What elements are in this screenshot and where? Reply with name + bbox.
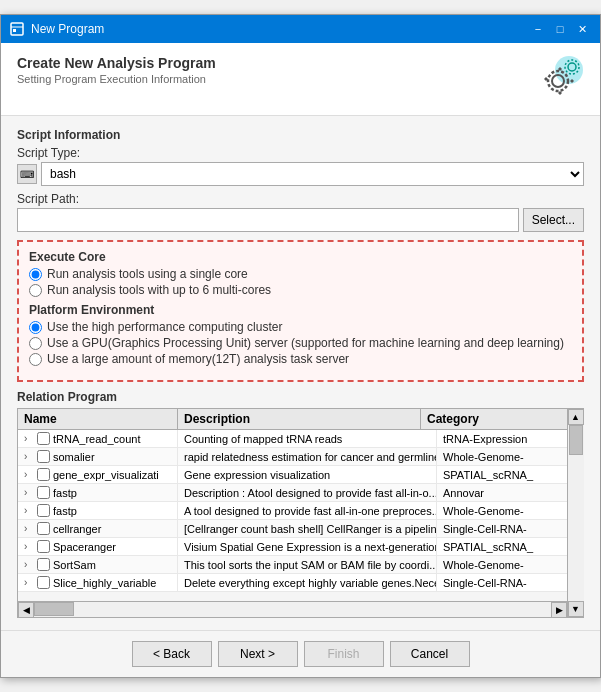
script-type-select[interactable]: bash python perl R [41, 162, 584, 186]
col-header-name: Name [18, 409, 178, 429]
cancel-button[interactable]: Cancel [390, 641, 470, 667]
platform-env-radio2[interactable] [29, 337, 42, 350]
minimize-button[interactable]: − [528, 19, 548, 39]
row-checkbox[interactable] [37, 504, 50, 517]
table-cell-description: A tool designed to provide fast all-in-o… [178, 502, 437, 519]
script-type-icon: ⌨ [17, 164, 37, 184]
table-cell-category: Single-Cell-RNA- [437, 520, 567, 537]
table-cell-category: Annovar [437, 484, 567, 501]
window-controls: − □ ✕ [528, 19, 592, 39]
platform-env-option2[interactable]: Use a GPU(Graphics Processing Unit) serv… [29, 336, 572, 350]
row-checkbox[interactable] [37, 432, 50, 445]
page-title: Create New Analysis Program [17, 55, 216, 71]
table-cell-description: This tool sorts the input SAM or BAM fil… [178, 556, 437, 573]
row-checkbox[interactable] [37, 576, 50, 589]
row-expander[interactable]: › [24, 577, 34, 588]
back-button[interactable]: < Back [132, 641, 212, 667]
title-bar: New Program − □ ✕ [1, 15, 600, 43]
script-path-label: Script Path: [17, 192, 584, 206]
horizontal-scrollbar[interactable]: ◀ ▶ [18, 601, 567, 617]
table-cell-name: › Slice_highly_variable [18, 574, 178, 591]
platform-env-radio1[interactable] [29, 321, 42, 334]
execute-core-radio2[interactable] [29, 284, 42, 297]
row-checkbox[interactable] [37, 558, 50, 571]
row-checkbox[interactable] [37, 486, 50, 499]
row-expander[interactable]: › [24, 505, 34, 516]
header-gear-icon [534, 55, 584, 105]
main-window: New Program − □ ✕ Create New Analysis Pr… [0, 14, 601, 678]
content-area: Script Information Script Type: ⌨ bash p… [1, 116, 600, 630]
table-cell-name: › somalier [18, 448, 178, 465]
h-scroll-right[interactable]: ▶ [551, 602, 567, 618]
header-text: Create New Analysis Program Setting Prog… [17, 55, 216, 85]
script-info-label: Script Information [17, 128, 584, 142]
vertical-scrollbar[interactable]: ▲ ▼ [567, 409, 583, 617]
table-cell-description: Description : Atool designed to provide … [178, 484, 437, 501]
execute-core-group: Execute Core Run analysis tools using a … [29, 250, 572, 297]
v-scroll-down[interactable]: ▼ [568, 601, 584, 617]
execute-core-radio1[interactable] [29, 268, 42, 281]
row-expander[interactable]: › [24, 469, 34, 480]
platform-env-option1[interactable]: Use the high performance computing clust… [29, 320, 572, 334]
row-expander[interactable]: › [24, 559, 34, 570]
platform-env-radio3[interactable] [29, 353, 42, 366]
row-expander[interactable]: › [24, 433, 34, 444]
table-row[interactable]: › gene_expr_visualizati Gene expression … [18, 466, 567, 484]
table-cell-name: › cellranger [18, 520, 178, 537]
v-scroll-track [568, 425, 584, 601]
table-cell-description: Delete everything except highly variable… [178, 574, 437, 591]
close-button[interactable]: ✕ [572, 19, 592, 39]
table-row[interactable]: › somalier rapid relatedness estimation … [18, 448, 567, 466]
table-row[interactable]: › Spaceranger Visium Spatial Gene Expres… [18, 538, 567, 556]
svg-rect-0 [11, 23, 23, 35]
window-icon [9, 21, 25, 37]
row-expander[interactable]: › [24, 523, 34, 534]
h-scroll-left[interactable]: ◀ [18, 602, 34, 618]
table-cell-description: Gene expression visualization [178, 466, 437, 483]
table-scroll-content[interactable]: › tRNA_read_count Counting of mapped tRN… [18, 430, 567, 601]
table-cell-category: Whole-Genome- [437, 502, 567, 519]
row-checkbox[interactable] [37, 450, 50, 463]
row-checkbox[interactable] [37, 522, 50, 535]
row-expander[interactable]: › [24, 487, 34, 498]
select-button[interactable]: Select... [523, 208, 584, 232]
table-cell-description: Visium Spatial Gene Expression is a next… [178, 538, 437, 555]
table-cell-description: rapid relatedness estimation for cancer … [178, 448, 437, 465]
table-cell-category: Whole-Genome- [437, 448, 567, 465]
maximize-button[interactable]: □ [550, 19, 570, 39]
script-info-section: Script Information Script Type: ⌨ bash p… [17, 128, 584, 232]
next-button[interactable]: Next > [218, 641, 298, 667]
table-cell-name: › fastp [18, 484, 178, 501]
execute-core-option1[interactable]: Run analysis tools using a single core [29, 267, 572, 281]
row-checkbox[interactable] [37, 540, 50, 553]
window-title: New Program [31, 22, 528, 36]
platform-env-group: Platform Environment Use the high perfor… [29, 303, 572, 366]
table-cell-name: › fastp [18, 502, 178, 519]
script-path-input[interactable] [17, 208, 519, 232]
v-scroll-up[interactable]: ▲ [568, 409, 584, 425]
table-cell-name: › tRNA_read_count [18, 430, 178, 447]
table-cell-description: [Cellranger count bash shell] CellRanger… [178, 520, 437, 537]
table-row[interactable]: › fastp A tool designed to provide fast … [18, 502, 567, 520]
table-cell-category: Whole-Genome- [437, 556, 567, 573]
page-subtitle: Setting Program Execution Information [17, 73, 216, 85]
table-header: Name Description Category [18, 409, 567, 430]
header-area: Create New Analysis Program Setting Prog… [1, 43, 600, 116]
table-row[interactable]: › Slice_highly_variable Delete everythin… [18, 574, 567, 592]
table-row[interactable]: › fastp Description : Atool designed to … [18, 484, 567, 502]
execute-core-option2[interactable]: Run analysis tools with up to 6 multi-co… [29, 283, 572, 297]
table-cell-category: tRNA-Expression [437, 430, 567, 447]
table-row[interactable]: › tRNA_read_count Counting of mapped tRN… [18, 430, 567, 448]
table-cell-name: › SortSam [18, 556, 178, 573]
row-expander[interactable]: › [24, 451, 34, 462]
table-row[interactable]: › SortSam This tool sorts the input SAM … [18, 556, 567, 574]
v-scroll-thumb[interactable] [569, 425, 583, 455]
row-expander[interactable]: › [24, 541, 34, 552]
finish-button[interactable]: Finish [304, 641, 384, 667]
execute-platform-section: Execute Core Run analysis tools using a … [17, 240, 584, 382]
platform-env-option3[interactable]: Use a large amount of memory(12T) analys… [29, 352, 572, 366]
row-checkbox[interactable] [37, 468, 50, 481]
h-scroll-thumb[interactable] [34, 602, 74, 616]
table-row[interactable]: › cellranger [Cellranger count bash shel… [18, 520, 567, 538]
col-header-category: Category [421, 409, 551, 429]
